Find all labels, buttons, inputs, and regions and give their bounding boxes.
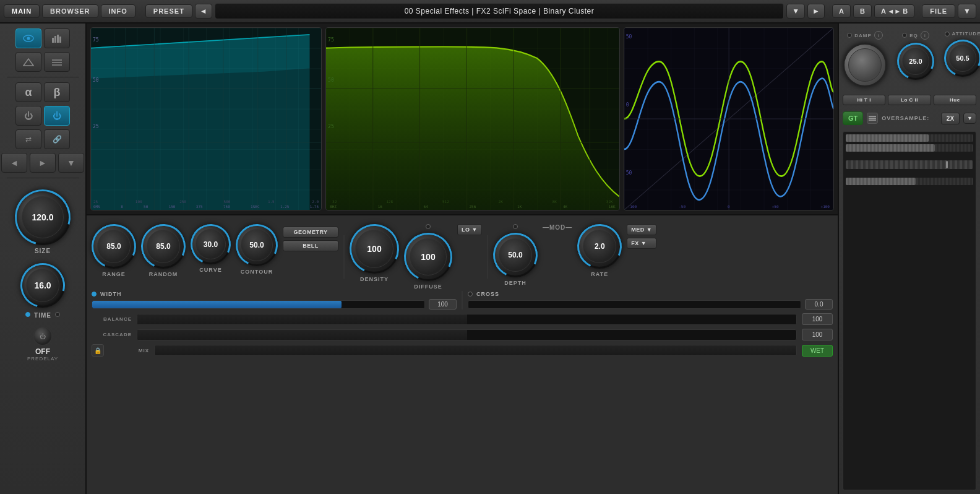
stream-icon[interactable] — [44, 52, 70, 72]
loc2-button[interactable]: Lo C II — [888, 95, 931, 105]
tab-browser[interactable]: BROWSER — [42, 4, 98, 18]
damp-knob[interactable] — [843, 43, 887, 87]
panel1-x-750: 750 — [223, 204, 230, 209]
range-knob-label: RANGE — [102, 271, 126, 277]
eq-knob[interactable]: 25.0 — [897, 43, 934, 80]
panel3-x+50: +50 — [772, 204, 779, 209]
width-value: 100 — [429, 299, 457, 310]
med-button[interactable]: MED ▼ — [627, 224, 656, 235]
random-knob[interactable]: 85.0 — [141, 224, 186, 269]
preset-prev-button[interactable]: ◄ — [195, 4, 212, 19]
mix-lock-icon[interactable]: 🔒 — [92, 344, 104, 357]
geometry-button[interactable]: GEOMETRY — [283, 227, 338, 238]
depth-knob[interactable]: 50.0 — [493, 233, 538, 277]
time-radio-right[interactable] — [55, 312, 60, 317]
meter-fill-4 — [846, 178, 916, 185]
play-icon[interactable]: ► — [30, 153, 56, 173]
left-sidebar: α β ⏻ ⏻ ⇄ 🔗 ◄ ► ▼ 120.0 SIZE 16.0 — [0, 24, 87, 494]
hue-button[interactable]: Hue — [934, 95, 976, 105]
contour-knob[interactable]: 50.0 — [236, 224, 278, 266]
panel3-y0: 0 — [626, 102, 629, 108]
density-knob[interactable]: 100 — [350, 224, 399, 274]
diffuse-radio[interactable] — [426, 224, 431, 229]
lo-button[interactable]: LO ▼ — [457, 224, 482, 235]
time-radio-left[interactable] — [25, 312, 30, 317]
diffuse-knob[interactable]: 100 — [404, 233, 452, 281]
panel2-x-labels: 8HZ 16 64 256 1K 4K 16K — [326, 204, 619, 209]
preset-next-button[interactable]: ► — [807, 4, 825, 19]
preset-label: PRESET — [145, 4, 192, 18]
rate-knob-value: 2.0 — [583, 230, 616, 263]
balance-row: BALANCE 100 — [92, 313, 833, 325]
stereo-display: 50 0 50 -100 -50 0 +50 +100 — [624, 27, 834, 210]
file-dropdown-button[interactable]: ▼ — [958, 4, 976, 19]
cross-radio[interactable] — [468, 292, 473, 297]
tab-main[interactable]: MAIN — [4, 4, 40, 18]
eye-icon[interactable] — [15, 28, 41, 48]
cascade-value: 100 — [802, 329, 833, 340]
link-icon[interactable]: ⇄ — [15, 129, 41, 149]
panel2-y25: 25 — [328, 124, 334, 129]
density-knob-value: 100 — [355, 230, 393, 268]
panel1-x-1sec: 1SEC — [251, 204, 259, 209]
panel1-x-125: 1.25 — [280, 204, 289, 209]
oversample-dropdown-button[interactable]: ▼ — [963, 113, 976, 124]
depth-radio[interactable] — [513, 224, 518, 229]
bell-button[interactable]: BELL — [283, 240, 338, 251]
tab-info[interactable]: INFO — [101, 4, 135, 18]
range-knob[interactable]: 85.0 — [92, 224, 136, 269]
width-slider-track[interactable] — [92, 300, 425, 309]
size-knob[interactable]: 120.0 — [15, 189, 71, 245]
beta-icon[interactable]: β — [44, 82, 70, 102]
oversample-value: 2X — [941, 113, 960, 124]
panel1-x-150: 150 — [169, 204, 176, 209]
sidebar-icon-row-1 — [15, 28, 70, 48]
width-radio[interactable] — [92, 292, 97, 297]
alpha-icon[interactable]: α — [15, 82, 41, 102]
mix-label: MIX — [109, 348, 149, 353]
mountain-icon[interactable] — [15, 52, 41, 72]
time-knob[interactable]: 16.0 — [20, 263, 65, 308]
ab-button-b[interactable]: B — [853, 4, 872, 18]
hit1-button[interactable]: Hi T I — [843, 95, 885, 105]
attitude-knob[interactable]: 50.5 — [944, 40, 980, 77]
ab-button-a[interactable]: A — [832, 4, 851, 18]
cascade-slider-track[interactable] — [137, 329, 797, 340]
balance-slider-track[interactable] — [137, 314, 797, 325]
rate-knob[interactable]: 2.0 — [577, 224, 622, 269]
lines-button[interactable] — [867, 113, 878, 124]
eq-info-icon[interactable]: i — [921, 31, 929, 40]
curve-knob-value: 30.0 — [196, 229, 226, 259]
preset-dropdown-button[interactable]: ▼ — [786, 4, 805, 19]
ab-button-ab[interactable]: A ◄► B — [874, 4, 914, 18]
panel2-x-16k: 16K — [609, 204, 616, 209]
mod-separator: —MOD— — [543, 224, 572, 231]
cross-slider-track[interactable] — [468, 300, 801, 309]
cross-value: 0.0 — [805, 299, 833, 310]
meter-section — [843, 131, 976, 490]
gt-button[interactable]: GT — [843, 111, 863, 125]
damp-radio[interactable] — [847, 33, 852, 38]
bar-chart-icon[interactable] — [44, 28, 70, 48]
main-content: α β ⏻ ⏻ ⇄ 🔗 ◄ ► ▼ 120.0 SIZE 16.0 — [0, 24, 980, 494]
random-knob-group: 85.0 RANDOM — [141, 224, 186, 277]
balance-value: 100 — [802, 313, 833, 325]
eq-radio[interactable] — [902, 33, 907, 38]
curve-knob[interactable]: 30.0 — [191, 224, 231, 264]
down-icon[interactable]: ▼ — [58, 153, 84, 173]
arrow-icon[interactable]: 🔗 — [44, 129, 70, 149]
predelay-power-button[interactable]: ⏻ — [33, 326, 53, 346]
file-button[interactable]: FILE — [922, 4, 955, 18]
prev-icon[interactable]: ◄ — [1, 153, 27, 173]
panel1-x-0ms: 0MS — [93, 204, 100, 209]
power1-icon[interactable]: ⏻ — [15, 106, 41, 126]
med-arrow: ▼ — [647, 227, 652, 233]
panel1-x-labels: 0MS 8 50 150 375 750 1SEC 1.25 1.75 — [91, 204, 321, 209]
mix-slider-track[interactable] — [154, 345, 797, 356]
fx-button[interactable]: FX ▼ — [627, 238, 656, 249]
damp-info-icon[interactable]: i — [874, 31, 883, 40]
attitude-radio[interactable] — [945, 32, 950, 37]
power2-icon[interactable]: ⏻ — [44, 106, 70, 126]
fx-arrow: ▼ — [641, 240, 647, 246]
svg-marker-6 — [24, 59, 33, 66]
